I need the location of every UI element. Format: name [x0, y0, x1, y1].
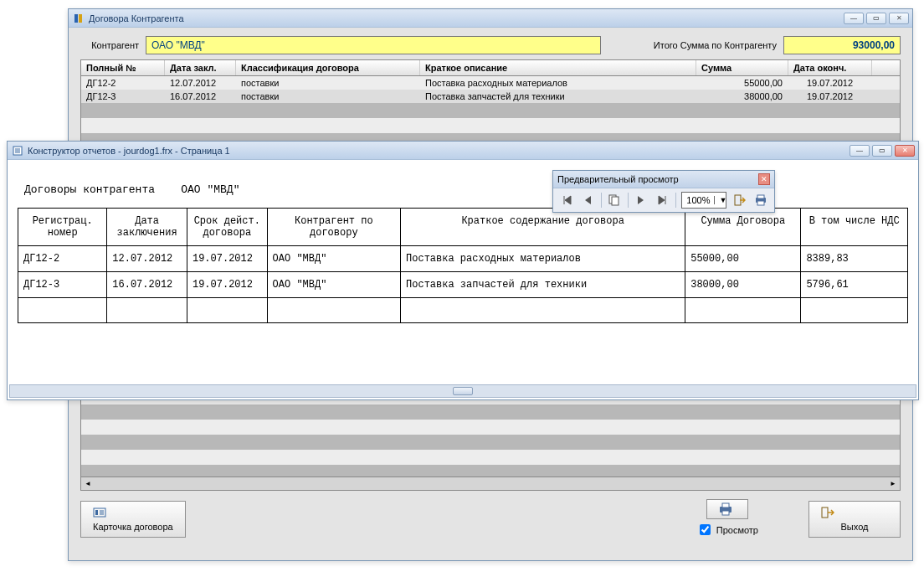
minimize-button[interactable]: —: [844, 13, 864, 24]
last-page-icon[interactable]: [654, 192, 670, 209]
card-icon: [93, 507, 173, 520]
next-page-icon[interactable]: [634, 192, 649, 209]
report-maximize-button[interactable]: ▭: [872, 145, 892, 157]
preview-toolbar[interactable]: Предварительный просмотр ✕ 100% ▼: [552, 170, 775, 213]
svg-rect-19: [757, 195, 764, 198]
maximize-button[interactable]: ▭: [866, 13, 886, 24]
exit-icon: [821, 507, 888, 520]
rep-col-desc: Краткое содержание договора: [401, 209, 685, 246]
col-end[interactable]: Дата оконч.: [788, 60, 872, 75]
col-date[interactable]: Дата закл.: [165, 60, 236, 75]
report-minimize-button[interactable]: —: [850, 145, 870, 157]
rep-col-term: Срок дейст. договора: [187, 209, 267, 246]
svg-rect-20: [757, 201, 764, 205]
main-title: Договора Контрагента: [89, 13, 844, 23]
grid-row[interactable]: ДГ12-3 16.07.2012 поставки Поставка запч…: [81, 90, 900, 103]
total-value: 93000,00: [783, 36, 901, 54]
print-icon[interactable]: [753, 192, 769, 209]
prev-page-icon[interactable]: [579, 192, 595, 209]
report-row-blank: [18, 298, 908, 323]
scroll-left-icon[interactable]: ◄: [83, 479, 93, 489]
rep-col-date: Дата заключения: [107, 209, 187, 246]
rep-col-vat: В том числе НДС: [801, 209, 908, 246]
report-row: ДГ12-3 16.07.2012 19.07.2012 ОАО "МВД" П…: [18, 272, 908, 298]
toolbar-close-button[interactable]: ✕: [758, 173, 770, 185]
report-row: ДГ12-2 12.07.2012 19.07.2012 ОАО "МВД" П…: [18, 246, 908, 272]
exit-button[interactable]: Выход: [808, 501, 901, 538]
first-page-icon[interactable]: [558, 192, 574, 209]
close-preview-icon[interactable]: [732, 192, 747, 209]
zoom-select[interactable]: 100% ▼: [681, 192, 726, 209]
main-titlebar: Договора Контрагента — ▭ ✕: [69, 9, 912, 28]
svg-rect-0: [74, 14, 78, 23]
close-button[interactable]: ✕: [889, 13, 909, 24]
report-close-button[interactable]: ✕: [895, 145, 915, 157]
col-class[interactable]: Классификация договора: [236, 60, 420, 75]
rep-col-reg: Регистрац. номер: [18, 209, 107, 246]
scrollbar-thumb[interactable]: [453, 387, 473, 395]
report-heading: Договоры контрагента ОАО "МВД": [24, 183, 908, 196]
kontragent-label: Контрагент: [80, 40, 139, 50]
svg-rect-8: [722, 503, 729, 507]
svg-rect-17: [735, 195, 741, 205]
report-table: Регистрац. номер Дата заключения Срок де…: [18, 208, 908, 323]
scroll-right-icon[interactable]: ►: [888, 479, 898, 489]
grid-row[interactable]: ДГ12-2 12.07.2012 поставки Поставка расх…: [81, 76, 900, 90]
col-no[interactable]: Полный №: [81, 60, 165, 75]
svg-rect-10: [822, 507, 828, 518]
preview-checkbox[interactable]: Просмотр: [696, 522, 758, 538]
preview-checkbox-input[interactable]: [700, 524, 711, 535]
svg-rect-3: [95, 510, 98, 515]
toolbar-title: Предварительный просмотр: [557, 174, 679, 184]
report-horizontal-scrollbar[interactable]: [9, 384, 916, 398]
report-icon: [11, 144, 24, 157]
grid-horizontal-scrollbar[interactable]: ◄ ►: [81, 477, 900, 490]
printer-icon: [717, 502, 734, 516]
report-titlebar: Конструктор отчетов - jourdog1.frx - Стр…: [8, 142, 918, 160]
svg-rect-1: [79, 14, 82, 23]
svg-rect-16: [612, 197, 619, 205]
col-sum[interactable]: Сумма: [696, 60, 788, 75]
print-button[interactable]: [706, 499, 748, 519]
rep-col-kontragent: Контрагент по договору: [267, 209, 400, 246]
rep-col-sum: Сумма Договора: [685, 209, 801, 246]
total-label: Итого Сумма по Контрагенту: [626, 40, 777, 50]
app-icon: [72, 12, 85, 25]
svg-rect-9: [722, 511, 729, 515]
goto-page-icon[interactable]: [607, 192, 623, 209]
dropdown-icon[interactable]: ▼: [714, 196, 726, 204]
col-desc[interactable]: Краткое описание: [420, 60, 696, 75]
card-button[interactable]: Карточка договора: [80, 501, 186, 538]
report-title: Конструктор отчетов - jourdog1.frx - Стр…: [28, 146, 850, 156]
kontragent-input[interactable]: ОАО "МВД": [146, 36, 601, 54]
report-window: Конструктор отчетов - jourdog1.frx - Стр…: [7, 141, 919, 400]
